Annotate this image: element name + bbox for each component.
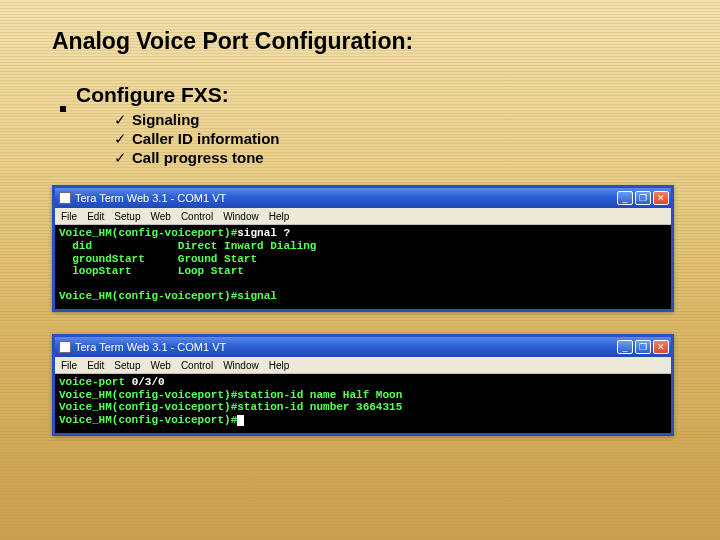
check-icon: ✓ — [114, 111, 132, 130]
term-line: Voice_HM(config-voiceport)# — [59, 414, 237, 426]
window-menubar: File Edit Setup Web Control Window Help — [55, 357, 671, 374]
term-line: loopStart Loop Start — [59, 265, 244, 277]
window-menubar: File Edit Setup Web Control Window Help — [55, 208, 671, 225]
menu-file[interactable]: File — [61, 211, 77, 222]
term-line: signal ? — [237, 227, 290, 239]
term-line: Voice_HM(config-voiceport)#station-id nu… — [59, 401, 402, 413]
term-line: Voice_HM(config-voiceport)#station-id na… — [59, 389, 402, 401]
terminal-window-1: Tera Term Web 3.1 - COM1 VT _ ❐ ✕ File E… — [52, 185, 674, 312]
window-title: Tera Term Web 3.1 - COM1 VT — [75, 341, 617, 353]
menu-file[interactable]: File — [61, 360, 77, 371]
term-line: Voice_HM(config-voiceport)# — [59, 227, 237, 239]
menu-web[interactable]: Web — [151, 211, 171, 222]
menu-setup[interactable]: Setup — [114, 360, 140, 371]
term-line: did Direct Inward Dialing — [59, 240, 316, 252]
menu-setup[interactable]: Setup — [114, 211, 140, 222]
term-line: groundStart Ground Start — [59, 253, 257, 265]
cursor-icon — [237, 415, 244, 426]
menu-window[interactable]: Window — [223, 360, 259, 371]
terminal-body[interactable]: voice-port 0/3/0 Voice_HM(config-voicepo… — [55, 374, 671, 433]
menu-control[interactable]: Control — [181, 211, 213, 222]
menu-web[interactable]: Web — [151, 360, 171, 371]
bullet-text: Configure FXS: — [76, 83, 229, 107]
term-line: 0/3/0 — [132, 376, 165, 388]
sub-list: ✓ Signaling ✓ Caller ID information ✓ Ca… — [114, 111, 680, 167]
menu-edit[interactable]: Edit — [87, 211, 104, 222]
minimize-button[interactable]: _ — [617, 340, 633, 354]
bullet-icon — [60, 106, 66, 112]
menu-window[interactable]: Window — [223, 211, 259, 222]
close-button[interactable]: ✕ — [653, 191, 669, 205]
page-title: Analog Voice Port Configuration: — [52, 28, 680, 55]
menu-help[interactable]: Help — [269, 211, 290, 222]
window-title: Tera Term Web 3.1 - COM1 VT — [75, 192, 617, 204]
menu-edit[interactable]: Edit — [87, 360, 104, 371]
app-icon — [59, 192, 71, 204]
menu-help[interactable]: Help — [269, 360, 290, 371]
app-icon — [59, 341, 71, 353]
maximize-button[interactable]: ❐ — [635, 191, 651, 205]
menu-control[interactable]: Control — [181, 360, 213, 371]
minimize-button[interactable]: _ — [617, 191, 633, 205]
sub-text: Signaling — [132, 111, 200, 130]
term-line: Voice_HM(config-voiceport)#signal — [59, 290, 277, 302]
term-line: voice-port — [59, 376, 132, 388]
list-item: ✓ Signaling — [114, 111, 680, 130]
window-titlebar: Tera Term Web 3.1 - COM1 VT _ ❐ ✕ — [55, 337, 671, 357]
close-button[interactable]: ✕ — [653, 340, 669, 354]
sub-text: Call progress tone — [132, 149, 264, 168]
bullet-row: Configure FXS: — [60, 83, 680, 107]
check-icon: ✓ — [114, 130, 132, 149]
check-icon: ✓ — [114, 149, 132, 168]
window-titlebar: Tera Term Web 3.1 - COM1 VT _ ❐ ✕ — [55, 188, 671, 208]
terminal-window-2: Tera Term Web 3.1 - COM1 VT _ ❐ ✕ File E… — [52, 334, 674, 436]
list-item: ✓ Caller ID information — [114, 130, 680, 149]
terminal-body[interactable]: Voice_HM(config-voiceport)#signal ? did … — [55, 225, 671, 309]
sub-text: Caller ID information — [132, 130, 280, 149]
list-item: ✓ Call progress tone — [114, 149, 680, 168]
maximize-button[interactable]: ❐ — [635, 340, 651, 354]
